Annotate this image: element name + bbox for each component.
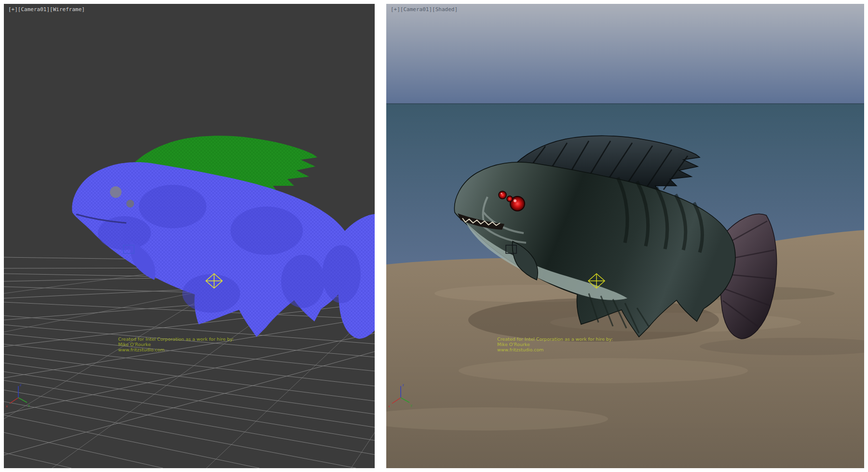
viewport-label-shaded[interactable]: [+][Camera01][Shaded] (391, 6, 458, 13)
axis-x-label: x (388, 404, 390, 408)
viewport-wireframe[interactable]: Created for Intel Corporation as a work … (4, 4, 375, 468)
svg-text:Created for Intel Corporation: Created for Intel Corporation as a work … (118, 336, 234, 342)
svg-text:www.fritzstudio.com: www.fritzstudio.com (118, 347, 164, 352)
fish-eye-spot-small (126, 200, 134, 208)
svg-text:Mike O'Rourke: Mike O'Rourke (497, 342, 530, 347)
axis-y-label: y (410, 403, 412, 407)
svg-text:Mike O'Rourke: Mike O'Rourke (118, 342, 151, 347)
fish-eye-spot (110, 186, 122, 198)
shaded-scene-canvas[interactable]: Created for Intel Corporation as a work … (386, 4, 864, 468)
viewport-label-wireframe[interactable]: [+][Camera01][Wireframe] (8, 6, 85, 13)
axis-z-label: z (402, 383, 404, 387)
svg-text:www.fritzstudio.com: www.fritzstudio.com (497, 347, 543, 352)
wireframe-scene-canvas[interactable]: Created for Intel Corporation as a work … (4, 4, 375, 468)
sky (386, 4, 864, 104)
viewport-frame: Created for Intel Corporation as a work … (0, 0, 868, 472)
viewport-shaded[interactable]: Created for Intel Corporation as a work … (386, 4, 864, 468)
axis-z-label: z (20, 383, 22, 387)
axis-y-label: y (28, 403, 30, 407)
svg-text:Created for Intel Corporation: Created for Intel Corporation as a work … (497, 336, 613, 342)
viewport-splitter[interactable] (379, 4, 382, 468)
axis-x-label: x (6, 404, 8, 408)
